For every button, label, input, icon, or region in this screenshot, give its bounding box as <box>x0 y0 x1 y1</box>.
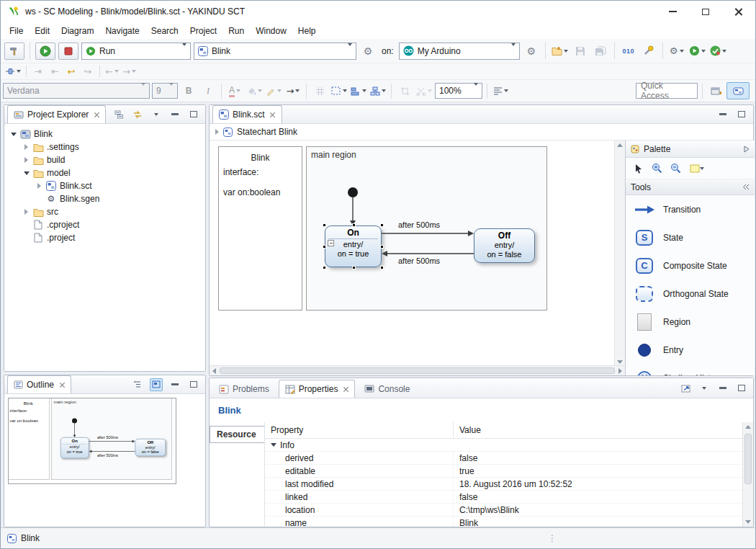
collapse-toggle-icon[interactable] <box>328 240 334 246</box>
maximize-view-button[interactable] <box>735 108 748 121</box>
profile-button[interactable] <box>709 43 727 60</box>
back-button[interactable]: ← <box>104 65 120 79</box>
palette-tool-composite-state[interactable]: C Composite State <box>626 251 755 280</box>
layout-button[interactable] <box>369 82 387 99</box>
build-button[interactable] <box>4 43 24 60</box>
palette-tool-transition[interactable]: Transition <box>626 195 755 223</box>
transition-label-bottom[interactable]: after 500ms <box>398 256 440 265</box>
pin-view-button[interactable] <box>679 382 692 395</box>
connector-button[interactable] <box>4 65 22 79</box>
menu-search[interactable]: Search <box>145 24 184 38</box>
align-button[interactable] <box>350 82 367 99</box>
close-icon[interactable] <box>59 382 65 388</box>
fill-color-button[interactable] <box>246 82 263 99</box>
minimize-view-button[interactable] <box>716 108 729 121</box>
breadcrumb-label[interactable]: Statechart Blink <box>237 127 297 137</box>
sc-modeling-perspective-button[interactable] <box>726 82 750 99</box>
table-header[interactable]: Property Value <box>265 422 743 439</box>
palette-tool-shallow-history[interactable]: H Shallow History <box>626 364 755 375</box>
italic-button[interactable]: I <box>199 82 217 99</box>
interface-box[interactable]: Blink interface: var on:boolean <box>218 146 302 311</box>
table-row[interactable]: last modified 18. August 2016 um 10:52:5… <box>265 478 743 491</box>
selection-handle[interactable] <box>380 223 384 227</box>
crop-button[interactable] <box>396 82 413 99</box>
outline-overview-mode-button[interactable] <box>150 378 163 391</box>
transition-label-top[interactable]: after 500ms <box>398 220 440 229</box>
quick-access-input[interactable]: Quick Access <box>636 83 698 99</box>
tree-item-model[interactable]: model <box>4 166 205 179</box>
maximize-view-button[interactable] <box>187 108 200 121</box>
close-icon[interactable] <box>270 112 276 117</box>
line-color-button[interactable] <box>265 82 282 99</box>
statechart-settings-button[interactable]: ⚙ <box>359 43 377 60</box>
close-icon[interactable] <box>94 112 99 117</box>
tab-outline[interactable]: Outline <box>7 375 71 393</box>
tab-blink-sct[interactable]: Blink.sct <box>212 105 282 123</box>
menu-run[interactable]: Run <box>222 24 250 38</box>
collapse-palette-icon[interactable] <box>744 146 750 153</box>
new-wizard-button[interactable] <box>551 43 569 60</box>
tree-item-cproject[interactable]: .cproject <box>4 218 205 231</box>
view-menu-button[interactable] <box>150 108 163 121</box>
tree-item-build[interactable]: build <box>4 153 205 166</box>
select-tool-button[interactable] <box>631 162 644 175</box>
column-property[interactable]: Property <box>265 422 454 438</box>
stop-button[interactable] <box>58 43 78 60</box>
table-row[interactable]: derived false <box>265 452 743 465</box>
font-color-button[interactable]: A <box>226 82 243 99</box>
editor-horizontal-scrollbar[interactable] <box>210 365 625 375</box>
palette-header[interactable]: Palette <box>626 140 755 158</box>
tree-item-blink[interactable]: Blink <box>4 128 205 140</box>
selection-handle[interactable] <box>323 223 326 227</box>
zoom-select[interactable]: 100% <box>435 83 482 99</box>
editor-vertical-scrollbar[interactable] <box>614 140 625 367</box>
selection-handle[interactable] <box>352 266 356 269</box>
close-button[interactable] <box>722 1 755 22</box>
maximize-view-button[interactable] <box>187 378 200 391</box>
merge-button[interactable] <box>415 82 433 99</box>
tab-console[interactable]: Console <box>358 380 416 398</box>
tab-project-explorer[interactable]: Project Explorer <box>7 105 106 123</box>
table-row[interactable]: location C:\tmp\ws\Blink <box>265 504 743 517</box>
tab-resource[interactable]: Resource <box>210 426 264 443</box>
next-edit-location-button[interactable]: ↪ <box>81 65 95 79</box>
menu-help[interactable]: Help <box>292 24 322 38</box>
tree-item-src[interactable]: src <box>4 205 205 218</box>
menu-navigate[interactable]: Navigate <box>99 24 145 38</box>
selection-handle[interactable] <box>380 266 384 269</box>
previous-annotation-button[interactable]: ⇤ <box>48 65 62 79</box>
properties-scrollbar[interactable] <box>742 422 753 527</box>
minimize-view-button[interactable] <box>716 382 729 395</box>
target-select[interactable]: My Arduino <box>399 43 520 60</box>
open-perspective-button[interactable] <box>707 82 724 99</box>
selection-handle[interactable] <box>323 245 326 249</box>
pin-group-icon[interactable] <box>742 184 750 190</box>
outline-tree-mode-button[interactable] <box>131 378 144 391</box>
outline-thumbnail[interactable]: Blink interface: var on:boolean main reg… <box>8 398 176 484</box>
tab-problems[interactable]: Problems <box>212 380 276 398</box>
bold-button[interactable]: B <box>180 82 197 99</box>
arrow-style-button[interactable]: → <box>284 82 302 99</box>
palette-tool-state[interactable]: S State <box>626 223 755 251</box>
minimize-button[interactable] <box>656 1 689 22</box>
state-off[interactable]: Off entry/ on = false <box>474 228 535 263</box>
minimize-view-button[interactable] <box>168 108 181 121</box>
minimize-view-button[interactable] <box>168 378 181 391</box>
forward-button[interactable]: → <box>122 65 137 79</box>
selection-handle[interactable] <box>323 266 326 269</box>
statechart-select[interactable]: Blink <box>194 43 356 60</box>
collapse-all-button[interactable] <box>112 108 125 121</box>
palette-tool-region[interactable]: Region <box>626 308 755 336</box>
tab-properties[interactable]: Properties <box>279 380 356 398</box>
selection-handle[interactable] <box>352 223 356 227</box>
drag-grip-icon[interactable]: ⋮ <box>548 533 557 543</box>
snap-grid-button[interactable] <box>311 82 328 99</box>
launch-config-select[interactable]: Run <box>81 43 191 60</box>
column-value[interactable]: Value <box>454 422 743 438</box>
menu-project[interactable]: Project <box>184 24 222 38</box>
selection-handle[interactable] <box>380 245 384 249</box>
generate-code-button[interactable]: 010 <box>620 43 637 60</box>
table-row-info[interactable]: Info <box>265 439 743 452</box>
chevron-right-icon[interactable] <box>215 129 219 135</box>
zoom-out-button[interactable] <box>669 162 682 175</box>
